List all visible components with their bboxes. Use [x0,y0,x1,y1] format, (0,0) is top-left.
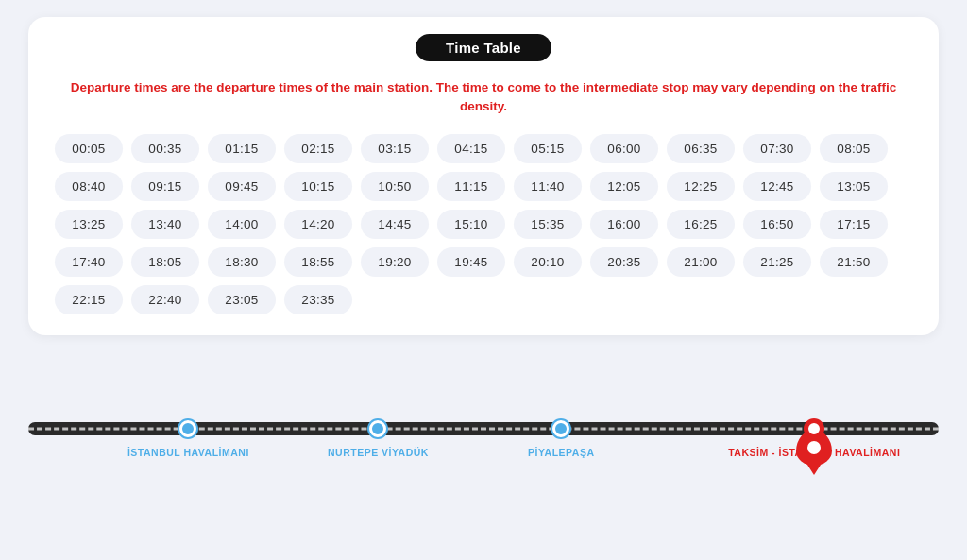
route-stop: PİYALEPAŞA [528,418,594,458]
timetable-title: Time Table [416,34,551,61]
timetable-card: Time Table Departure times are the depar… [28,17,939,335]
page-wrapper: Time Table Departure times are the depar… [0,0,967,492]
stop-dot [806,420,823,437]
time-pill: 14:20 [284,210,352,239]
stop-label: PİYALEPAŞA [528,447,594,458]
time-pill: 09:15 [131,172,199,201]
time-pill: 04:15 [437,134,505,163]
time-pill: 02:15 [284,134,352,163]
route-stop: NURTEPE VİYADÜK [328,418,429,458]
time-pill: 13:05 [820,172,888,201]
time-pill: 12:25 [667,172,735,201]
time-pill: 14:45 [361,210,429,239]
time-pill: 17:40 [55,247,123,277]
pin-inner [807,441,821,454]
time-pill: 10:50 [361,172,429,201]
time-pill: 06:35 [667,134,735,163]
stop-dot [369,420,386,437]
time-pill: 11:15 [437,172,505,201]
time-pill: 18:55 [284,247,352,277]
time-pill: 06:00 [590,134,658,163]
time-pill: 12:45 [743,172,811,201]
time-pill: 21:50 [820,247,888,277]
time-pill: 00:05 [55,134,123,163]
time-pill: 17:15 [820,210,888,239]
route-section: İSTANBUL HAVALİMANINURTEPE VİYADÜKPİYALE… [0,352,967,492]
time-pill: 22:15 [55,285,123,314]
time-pill: 16:50 [743,210,811,239]
route-stop: TAKSİM - İSTANBUL HAVALİMANI [728,418,900,458]
time-pill: 22:40 [131,285,199,314]
stop-dot [179,420,196,437]
time-pill: 18:05 [131,247,199,277]
time-pill: 23:05 [208,285,276,314]
time-pill: 15:35 [514,210,582,239]
time-pill: 23:35 [284,285,352,314]
pin-tip [806,462,823,475]
time-pill: 09:45 [208,172,276,201]
times-grid: 00:0500:3501:1502:1503:1504:1505:1506:00… [55,134,912,314]
time-pill: 14:00 [208,210,276,239]
notice-text: Departure times are the departure times … [55,78,912,117]
time-pill: 20:35 [590,247,658,277]
route-stop: İSTANBUL HAVALİMANI [127,418,249,458]
time-pill: 10:15 [284,172,352,201]
stop-label: İSTANBUL HAVALİMANI [127,447,249,458]
time-pill: 21:00 [667,247,735,277]
time-pill: 19:45 [437,247,505,277]
stop-dot [552,420,569,437]
time-pill: 08:05 [820,134,888,163]
time-pill: 08:40 [55,172,123,201]
time-pill: 18:30 [208,247,276,277]
time-pill: 01:15 [208,134,276,163]
time-pill: 00:35 [131,134,199,163]
time-pill: 05:15 [514,134,582,163]
time-pill: 03:15 [361,134,429,163]
time-pill: 15:10 [437,210,505,239]
time-pill: 11:40 [514,172,582,201]
time-pill: 07:30 [743,134,811,163]
time-pill: 16:00 [590,210,658,239]
time-pill: 20:10 [514,247,582,277]
time-pill: 21:25 [743,247,811,277]
time-pill: 13:40 [131,210,199,239]
timetable-section: Time Table Departure times are the depar… [0,0,967,352]
time-pill: 19:20 [361,247,429,277]
time-pill: 12:05 [590,172,658,201]
time-pill: 16:25 [667,210,735,239]
stop-label: NURTEPE VİYADÜK [328,447,429,458]
time-pill: 13:25 [55,210,123,239]
